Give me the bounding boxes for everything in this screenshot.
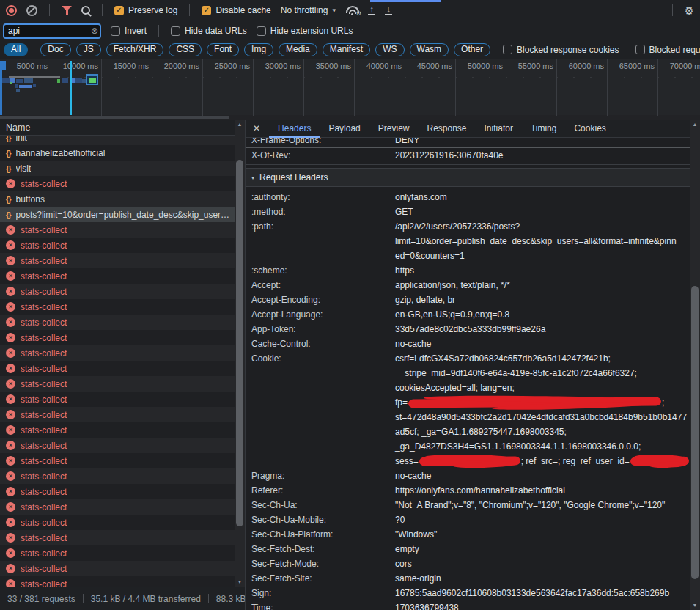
request-row-stats-collect[interactable]: ✕stats-collect <box>0 176 235 191</box>
header-value: https://onlyfans.com/hannahelizabethoffi… <box>395 483 690 498</box>
close-icon[interactable]: ✕ <box>246 123 269 133</box>
request-row-stats-collect[interactable]: ✕stats-collect <box>0 345 235 361</box>
request-row-stats-collect[interactable]: ✕stats-collect <box>0 299 235 315</box>
header-value-text: fp= <box>395 397 408 408</box>
request-row-stats-collect[interactable]: ✕stats-collect <box>0 545 235 561</box>
request-row-stats-collect[interactable]: ✕stats-collect <box>0 561 235 576</box>
request-row-stats-collect[interactable]: ✕stats-collect <box>0 330 235 345</box>
filter-pill-doc[interactable]: Doc <box>40 43 70 56</box>
tab-cookies[interactable]: Cookies <box>565 120 614 138</box>
request-row-stats-collect[interactable]: ✕stats-collect <box>0 238 235 253</box>
request-name: stats-collect <box>21 425 67 436</box>
name-column-header[interactable]: Name <box>0 120 245 136</box>
request-row-stats-collect[interactable]: ✕stats-collect <box>0 361 235 376</box>
hide-data-urls-checkbox[interactable]: Hide data URLs <box>171 26 247 36</box>
filter-pill-media[interactable]: Media <box>279 43 317 56</box>
request-row-stats-collect[interactable]: ✕stats-collect <box>0 253 235 268</box>
throttling-select[interactable]: No throttling ▾ <box>281 5 336 15</box>
preserve-log-checkbox[interactable]: ✓ Preserve log <box>114 5 177 15</box>
request-row-stats-collect[interactable]: ✕stats-collect <box>0 468 235 484</box>
filter-pill-css[interactable]: CSS <box>169 43 202 56</box>
tab-initiator[interactable]: Initiator <box>476 120 522 138</box>
request-row-stats-collect[interactable]: ✕stats-collect <box>0 484 235 499</box>
header-value: no-cache <box>395 468 690 483</box>
blocked-requests-checkbox[interactable]: Blocked requests <box>635 45 700 55</box>
divider <box>158 25 159 37</box>
request-row-stats-collect[interactable]: ✕stats-collect <box>0 268 235 284</box>
filter-pill-img[interactable]: Img <box>244 43 273 56</box>
import-har-button[interactable]: ↑ <box>368 6 375 15</box>
header-row-x-of-rev: X-Of-Rev:202312261916-30670fa40e <box>246 148 690 163</box>
request-row-visit[interactable]: {}visit <box>0 161 235 176</box>
waterfall-bar <box>16 79 23 83</box>
scrollbar-thumb[interactable] <box>236 160 243 526</box>
filter-pill-js[interactable]: JS <box>76 43 101 56</box>
filter-pill-other[interactable]: Other <box>454 43 490 56</box>
header-name: Cache-Control: <box>251 337 395 351</box>
filter-pill-all[interactable]: All <box>4 43 28 56</box>
scrollbar-thumb[interactable] <box>691 286 699 579</box>
header-value-text: en-GB,en-US;q=0.9,en;q=0.8 <box>395 309 509 320</box>
request-row-buttons[interactable]: {}buttons <box>0 191 235 207</box>
disable-cache-checkbox[interactable]: ✓ Disable cache <box>202 5 270 15</box>
clear-button[interactable] <box>26 5 37 16</box>
header-row-scheme: :scheme:https <box>246 263 690 278</box>
header-row-pragma: Pragma:no-cache <box>246 468 690 483</box>
filter-pill-font[interactable]: Font <box>207 43 239 56</box>
divider <box>34 44 34 55</box>
scroll-up-icon[interactable]: ▲ <box>690 120 700 129</box>
hide-extension-urls-checkbox[interactable]: Hide extension URLs <box>257 26 353 36</box>
overview-scroll-thumb[interactable] <box>0 116 229 119</box>
header-value-line: GET <box>395 205 690 219</box>
scroll-up-icon[interactable]: ▲ <box>235 120 245 129</box>
timeline-tick-label: 60000 ms <box>556 62 604 71</box>
request-row-stats-collect[interactable]: ✕stats-collect <box>0 284 235 299</box>
filter-pill-ws[interactable]: WS <box>375 43 404 56</box>
request-row-stats-collect[interactable]: ✕stats-collect <box>0 499 235 515</box>
request-row-stats-collect[interactable]: ✕stats-collect <box>0 222 235 238</box>
request-row-stats-collect[interactable]: ✕stats-collect <box>0 576 235 587</box>
preserve-log-label: Preserve log <box>128 5 177 15</box>
filter-pill-fetch-xhr[interactable]: Fetch/XHR <box>106 43 164 56</box>
request-row-posts-limit-10-order-pub[interactable]: {}posts?limit=10&order=publish_date_desc… <box>0 207 235 222</box>
tab-headers[interactable]: Headers <box>269 120 320 138</box>
invert-checkbox[interactable]: Invert <box>111 26 147 36</box>
network-conditions-button[interactable]: ⚙ <box>345 5 358 15</box>
settings-button[interactable]: ⚙ <box>685 5 694 16</box>
request-row-hannahelizabethofficial[interactable]: {}hannahelizabethofficial <box>0 145 235 161</box>
tab-response[interactable]: Response <box>418 120 475 138</box>
network-overview-timeline[interactable]: 5000 ms10000 ms15000 ms20000 ms25000 ms3… <box>0 59 700 120</box>
filter-button[interactable] <box>62 5 72 15</box>
request-row-stats-collect[interactable]: ✕stats-collect <box>0 515 235 530</box>
request-row-stats-collect[interactable]: ✕stats-collect <box>0 392 235 407</box>
filter-pill-manifest[interactable]: Manifest <box>323 43 370 56</box>
filter-pill-wasm[interactable]: Wasm <box>410 43 449 56</box>
request-name: stats-collect <box>21 548 67 559</box>
scroll-down-icon[interactable]: ▼ <box>235 577 245 587</box>
filter-input[interactable] <box>3 23 101 39</box>
record-button[interactable] <box>6 5 17 16</box>
request-row-stats-collect[interactable]: ✕stats-collect <box>0 376 235 392</box>
request-row-init[interactable]: {}init <box>0 136 235 145</box>
tab-preview[interactable]: Preview <box>369 120 419 138</box>
clear-filter-icon[interactable]: ⊗ <box>91 26 98 36</box>
tab-timing[interactable]: Timing <box>522 120 566 138</box>
export-har-button[interactable]: ↓ <box>385 6 392 15</box>
request-row-stats-collect[interactable]: ✕stats-collect <box>0 315 235 330</box>
request-row-stats-collect[interactable]: ✕stats-collect <box>0 453 235 468</box>
search-button[interactable] <box>81 6 90 15</box>
request-row-stats-collect[interactable]: ✕stats-collect <box>0 422 235 438</box>
request-row-stats-collect[interactable]: ✕stats-collect <box>0 407 235 422</box>
request-row-stats-collect[interactable]: ✕stats-collect <box>0 438 235 453</box>
resources-size: 88.3 kB <box>216 594 245 604</box>
header-name: Accept: <box>251 278 395 293</box>
details-scrollbar[interactable]: ▲ ▼ <box>690 120 700 610</box>
requests-scrollbar[interactable]: ▲ ▼ <box>235 120 245 587</box>
tab-payload[interactable]: Payload <box>320 120 369 138</box>
request-row-stats-collect[interactable]: ✕stats-collect <box>0 530 235 545</box>
blocked-response-cookies-checkbox[interactable]: Blocked response cookies <box>503 45 619 55</box>
scroll-down-icon[interactable]: ▼ <box>690 600 700 610</box>
request-headers-section-header[interactable]: ▾Request Headers <box>246 168 690 187</box>
header-name: :path: <box>251 219 395 263</box>
timeline-tick-label: 70000 ms <box>657 62 700 71</box>
